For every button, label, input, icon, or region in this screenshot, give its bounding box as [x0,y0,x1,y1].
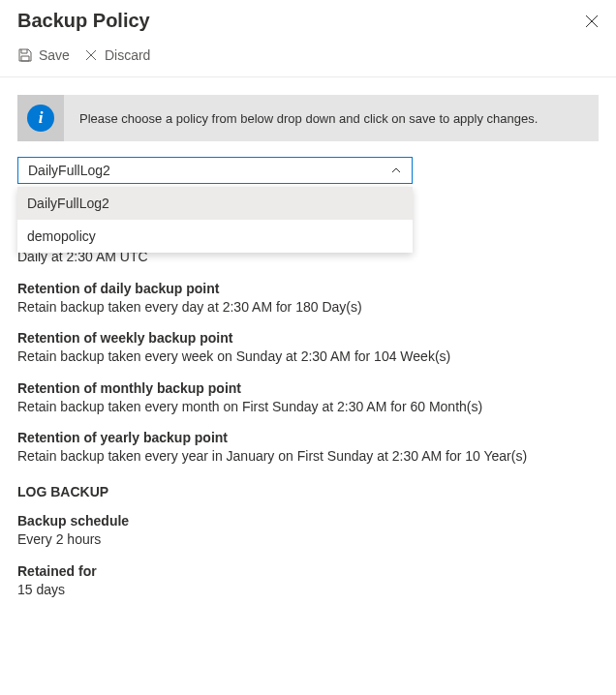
panel-title: Backup Policy [17,10,150,32]
content-area: DailyFullLog2 DailyFullLog2 demopolicy B… [0,157,616,599]
daily-retention-value: Retain backup taken every day at 2:30 AM… [17,298,599,317]
info-bar: i Please choose a policy from below drop… [17,95,599,141]
policy-details: Backup Frequency Daily at 2:30 AM UTC Re… [17,230,599,599]
dropdown-option-dailyfulllog2[interactable]: DailyFullLog2 [17,187,413,220]
save-label: Save [39,47,70,63]
yearly-retention-value: Retain backup taken every year in Januar… [17,447,599,467]
weekly-retention-value: Retain backup taken every week on Sunday… [17,348,599,367]
toolbar: Save Discard [0,40,616,77]
discard-icon [83,47,99,63]
yearly-retention-section: Retention of yearly backup point Retain … [17,430,599,467]
monthly-retention-value: Retain backup taken every month on First… [17,398,599,417]
policy-dropdown-list: DailyFullLog2 demopolicy [17,187,413,253]
daily-retention-section: Retention of daily backup point Retain b… [17,281,599,317]
weekly-retention-section: Retention of weekly backup point Retain … [17,330,599,367]
retained-for-section: Retained for 15 days [17,563,599,600]
monthly-retention-section: Retention of monthly backup point Retain… [17,380,599,417]
daily-retention-label: Retention of daily backup point [17,281,599,296]
info-icon-container: i [17,95,64,141]
log-backup-section: LOG BACKUP [17,484,599,499]
discard-label: Discard [105,47,150,63]
backup-schedule-value: Every 2 hours [17,530,599,550]
panel-header: Backup Policy [0,0,616,40]
weekly-retention-label: Retention of weekly backup point [17,330,599,346]
retained-for-label: Retained for [17,563,599,579]
close-button[interactable] [581,11,602,32]
info-icon: i [27,105,54,132]
monthly-retention-label: Retention of monthly backup point [17,380,599,396]
backup-schedule-label: Backup schedule [17,513,599,529]
close-icon [585,15,599,28]
backup-schedule-section: Backup schedule Every 2 hours [17,513,599,550]
dropdown-option-demopolicy[interactable]: demopolicy [17,220,413,253]
dropdown-selected-value: DailyFullLog2 [28,163,110,178]
discard-button[interactable]: Discard [83,47,150,63]
policy-dropdown[interactable]: DailyFullLog2 [17,157,413,184]
yearly-retention-label: Retention of yearly backup point [17,430,599,445]
log-backup-title: LOG BACKUP [17,484,599,499]
retained-for-value: 15 days [17,581,599,600]
chevron-up-icon [390,165,402,176]
save-icon [17,47,33,63]
info-message: Please choose a policy from below drop d… [64,111,553,126]
save-button[interactable]: Save [17,47,70,63]
